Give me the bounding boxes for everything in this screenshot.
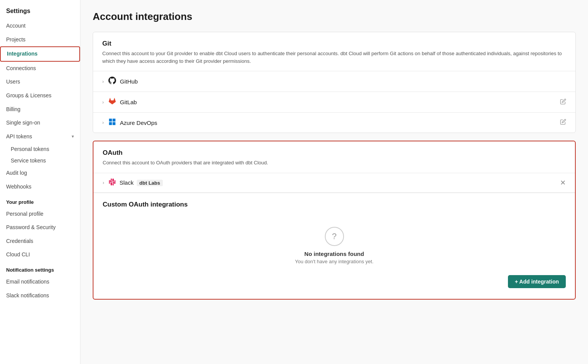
sidebar-item-service-tokens[interactable]: Service tokens [0,155,80,166]
slack-close-icon[interactable]: ✕ [560,179,566,187]
gitlab-chevron-icon: › [102,100,104,105]
svg-rect-1 [113,119,116,122]
sidebar-item-integrations[interactable]: Integrations [0,46,80,62]
oauth-section-title: OAuth [103,149,566,157]
azure-devops-label: Azure DevOps [120,120,560,126]
sidebar-item-cloud-cli[interactable]: Cloud CLI [0,248,80,262]
slack-row[interactable]: › Slack dbt Labs ✕ [93,173,575,192]
sidebar-item-email-notifications[interactable]: Email notifications [0,275,80,289]
svg-rect-2 [109,122,112,125]
sidebar-your-profile-header: Your profile [0,194,80,207]
sidebar-item-account[interactable]: Account [0,19,80,33]
sidebar-item-personal-profile[interactable]: Personal profile [0,207,80,221]
slack-workspace-badge: dbt Labs [137,180,163,186]
sidebar-item-users[interactable]: Users [0,75,80,89]
empty-state-desc: You don't have any integrations yet. [295,259,373,264]
sidebar-item-projects[interactable]: Projects [0,33,80,47]
git-section-desc: Connect this account to your Git provide… [102,50,566,65]
azure-devops-row[interactable]: › Azure DevOps [93,112,575,133]
custom-oauth-section: Custom OAuth integrations ? No integrati… [93,193,575,299]
custom-oauth-empty-state: ? No integrations found You don't have a… [103,215,566,271]
sidebar-notification-settings-header: Notification settings [0,262,80,275]
add-integration-button[interactable]: + Add integration [508,275,566,288]
sidebar-item-personal-tokens[interactable]: Personal tokens [0,143,80,155]
sidebar-item-audit-log[interactable]: Audit log [0,166,80,180]
oauth-card: OAuth Connect this account to OAuth prov… [93,141,576,300]
gitlab-edit-icon[interactable] [560,98,566,106]
slack-label: Slack dbt Labs [120,179,560,186]
svg-rect-3 [113,122,116,125]
gitlab-label: GitLab [120,99,560,105]
gitlab-icon [108,97,116,107]
sidebar-title: Settings [0,6,80,19]
github-chevron-icon: › [102,79,104,84]
github-icon [108,77,116,86]
git-card: Git Connect this account to your Git pro… [93,32,576,133]
api-tokens-chevron: ▾ [72,133,74,140]
page-title: Account integrations [93,11,576,23]
github-row[interactable]: › GitHub [93,71,575,92]
svg-rect-0 [109,119,112,122]
oauth-section-desc: Connect this account to OAuth providers … [103,159,566,167]
sidebar-item-webhooks[interactable]: Webhooks [0,180,80,194]
sidebar-item-credentials[interactable]: Credentials [0,234,80,248]
sidebar-item-billing[interactable]: Billing [0,103,80,116]
empty-state-title: No integrations found [305,251,364,257]
github-label: GitHub [120,78,566,85]
sidebar-item-connections[interactable]: Connections [0,62,80,75]
custom-oauth-title: Custom OAuth integrations [103,201,566,208]
sidebar-item-api-tokens[interactable]: API tokens ▾ [0,130,80,144]
question-circle-icon: ? [325,227,344,246]
sidebar-item-password-security[interactable]: Password & Security [0,221,80,234]
sidebar: Settings Account Projects Integrations C… [0,0,80,364]
azure-chevron-icon: › [102,120,104,125]
sidebar-item-slack-notifications[interactable]: Slack notifications [0,289,80,303]
git-section-title: Git [102,40,566,48]
slack-icon [109,179,116,187]
sidebar-item-groups-licenses[interactable]: Groups & Licenses [0,89,80,103]
sidebar-item-single-sign-on[interactable]: Single sign-on [0,116,80,130]
git-card-section: Git Connect this account to your Git pro… [93,32,575,71]
azure-icon [108,118,116,127]
main-content: Account integrations Git Connect this ac… [80,0,588,364]
slack-chevron-icon: › [103,180,104,185]
gitlab-row[interactable]: › GitLab [93,92,575,112]
oauth-section: OAuth Connect this account to OAuth prov… [93,141,575,173]
azure-edit-icon[interactable] [560,119,566,126]
